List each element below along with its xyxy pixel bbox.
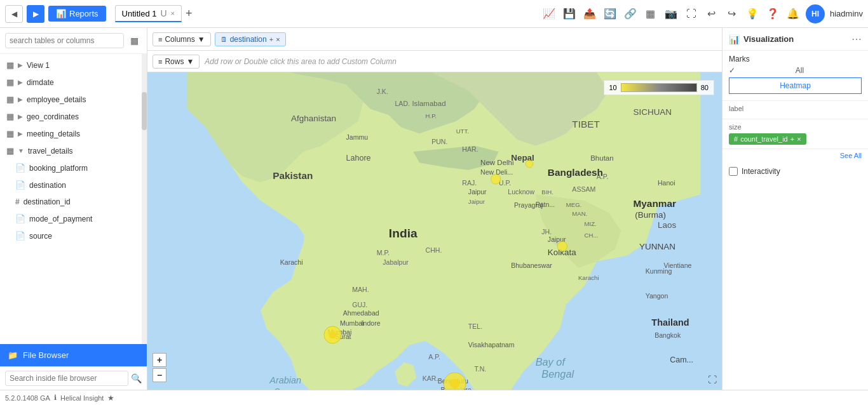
tab-unsaved-indicator[interactable]: U <box>160 8 166 18</box>
nav-back-button[interactable]: ◀ <box>5 5 23 23</box>
bulb-icon[interactable]: 💡 <box>745 6 760 22</box>
tab-untitled1[interactable]: Untitled 1 U × <box>115 5 182 22</box>
tab-close-button[interactable]: × <box>171 10 175 17</box>
sidebar-item-travel-details[interactable]: ▦ ▼ travel_details <box>0 142 142 159</box>
destination-tag: 🗓 destination + × <box>215 32 286 46</box>
search-input[interactable] <box>5 33 124 48</box>
sidebar-item-label: source <box>29 232 52 241</box>
file-browser-label: File Browser <box>23 350 69 360</box>
columns-icon: ≡ <box>158 36 162 43</box>
helical-info-icon: ℹ <box>54 394 57 402</box>
sidebar-scrollbar[interactable] <box>142 54 147 344</box>
refresh-icon[interactable]: 🔄 <box>602 6 618 22</box>
user-name[interactable]: hiadminv <box>830 9 863 18</box>
svg-text:CH...: CH... <box>585 232 599 239</box>
columns-button[interactable]: ≡ Columns ▼ <box>153 32 211 46</box>
svg-text:M.P.: M.P. <box>377 249 390 256</box>
sidebar-item-destination[interactable]: 📄 destination <box>0 176 142 194</box>
heatmap-button[interactable]: Heatmap <box>729 77 862 94</box>
fullscreen-icon[interactable]: ⛶ <box>684 6 699 22</box>
save-icon[interactable]: 💾 <box>562 6 577 22</box>
svg-text:YUNNAN: YUNNAN <box>639 242 675 251</box>
sidebar-item-dimdate[interactable]: ▦ ▶ dimdate <box>0 74 142 91</box>
svg-text:RAJ.: RAJ. <box>462 179 477 187</box>
svg-text:Jaipur: Jaipur <box>468 198 485 205</box>
interactivity-checkbox[interactable] <box>729 167 738 176</box>
count-tag-plus-button[interactable]: + <box>790 135 794 143</box>
svg-text:Patn...: Patn... <box>536 201 555 208</box>
source-icon: 📄 <box>15 231 25 241</box>
export-icon[interactable]: 📤 <box>582 6 597 22</box>
see-all-link[interactable]: See All <box>722 149 868 162</box>
legend-min: 10 <box>609 84 617 91</box>
camera-icon[interactable]: 📷 <box>663 6 679 22</box>
sidebar-item-employee-details[interactable]: ▦ ▶ employee_details <box>0 91 142 108</box>
visualization-icon: 📊 <box>729 34 740 44</box>
columns-label: Columns <box>165 35 194 44</box>
sidebar-item-destination-id[interactable]: # destination_id <box>0 194 142 210</box>
sidebar-item-view1[interactable]: ▦ ▶ View 1 <box>0 56 142 74</box>
destination-id-icon: # <box>15 197 20 206</box>
grid-view-icon[interactable]: ▦ <box>126 33 142 48</box>
nav-forward-button[interactable]: ▶ <box>27 5 44 23</box>
label-section: label <box>722 101 868 119</box>
svg-text:PUN.: PUN. <box>431 138 447 145</box>
file-search-icon[interactable]: 🔍 <box>131 373 142 383</box>
tab-bar: Untitled 1 U × + <box>115 5 538 22</box>
map-corner-icon[interactable]: ⛶ <box>708 375 717 385</box>
count-tag-close-button[interactable]: × <box>797 135 801 143</box>
meeting-icon: ▦ <box>6 129 14 138</box>
svg-text:Islamabad: Islamabad <box>412 100 445 107</box>
tab-title: Untitled 1 <box>122 9 157 18</box>
sidebar-item-booking-platform[interactable]: 📄 booking_platform <box>0 159 142 176</box>
help-icon[interactable]: ❓ <box>765 6 780 22</box>
view1-arrow: ▶ <box>18 62 23 69</box>
zoom-out-button[interactable]: − <box>153 368 166 382</box>
svg-text:Mumbai: Mumbai <box>340 319 364 327</box>
sidebar-item-meeting-details[interactable]: ▦ ▶ meeting_details <box>0 125 142 142</box>
marks-section: Marks ✓ All Heatmap <box>722 51 868 101</box>
svg-text:T.N.: T.N. <box>475 365 487 373</box>
center-area: ≡ Columns ▼ 🗓 destination + × ≡ Rows ▼ A… <box>147 28 722 390</box>
visualization-more-icon[interactable]: ⋯ <box>851 33 862 45</box>
undo-icon[interactable]: ↩ <box>704 6 719 22</box>
svg-text:GUJ.: GUJ. <box>352 301 367 309</box>
label-section-title: label <box>729 105 862 112</box>
version-text: 5.2.0.1408 GA <box>5 394 50 402</box>
sidebar-item-geo-coordinates[interactable]: ▦ ▶ geo_cordinates <box>0 108 142 125</box>
add-row-hint[interactable]: Add row or Double click this area to add… <box>205 57 396 66</box>
line-chart-icon[interactable]: 📈 <box>541 6 557 22</box>
sidebar-item-mode-of-payment[interactable]: 📄 mode_of_payment <box>0 210 142 227</box>
sidebar-list: ▦ ▶ View 1 ▦ ▶ dimdate ▦ ▶ employee_deta… <box>0 54 142 344</box>
tab-add-button[interactable]: + <box>183 7 195 20</box>
sidebar-item-label: View 1 <box>27 61 50 70</box>
svg-point-77 <box>491 175 500 184</box>
layout-icon[interactable]: ▦ <box>643 6 658 22</box>
bell-icon[interactable]: 🔔 <box>785 6 801 22</box>
svg-text:Bhutan: Bhutan <box>590 154 614 162</box>
employee-icon: ▦ <box>6 95 14 104</box>
file-search-input[interactable] <box>5 371 128 386</box>
svg-text:Myanmar: Myanmar <box>634 198 677 209</box>
avatar[interactable]: HI <box>806 4 825 23</box>
rows-button[interactable]: ≡ Rows ▼ <box>153 55 200 69</box>
reports-button[interactable]: 📊 Reports <box>48 6 106 22</box>
svg-text:Ahmedabad: Ahmedabad <box>343 309 379 317</box>
destination-tag-close[interactable]: × <box>276 36 280 43</box>
redo-icon[interactable]: ↪ <box>724 6 740 22</box>
svg-point-79 <box>526 160 533 168</box>
destination-tag-plus[interactable]: + <box>269 36 273 43</box>
toolbar-icons: 📈 💾 📤 🔄 🔗 ▦ 📷 ⛶ ↩ ↪ 💡 ❓ 🔔 HI hiadminv <box>541 4 863 23</box>
count-tag-label: count_travel_id <box>740 135 788 143</box>
map-container[interactable]: Afghanistan LAD. J.K. H.P. Jammu Islamab… <box>147 72 722 390</box>
zoom-in-button[interactable]: + <box>153 353 166 367</box>
helical-label: Helical Insight <box>60 394 104 402</box>
sidebar-item-source[interactable]: 📄 source <box>0 227 142 244</box>
share-icon[interactable]: 🔗 <box>623 6 638 22</box>
sidebar-item-label: destination <box>29 181 66 190</box>
svg-point-74 <box>329 331 337 339</box>
svg-text:KAR.: KAR. <box>423 375 438 382</box>
svg-text:ASSAM: ASSAM <box>572 185 595 193</box>
file-browser-section[interactable]: 📁 File Browser <box>0 344 147 366</box>
map-svg: Afghanistan LAD. J.K. H.P. Jammu Islamab… <box>147 72 722 390</box>
